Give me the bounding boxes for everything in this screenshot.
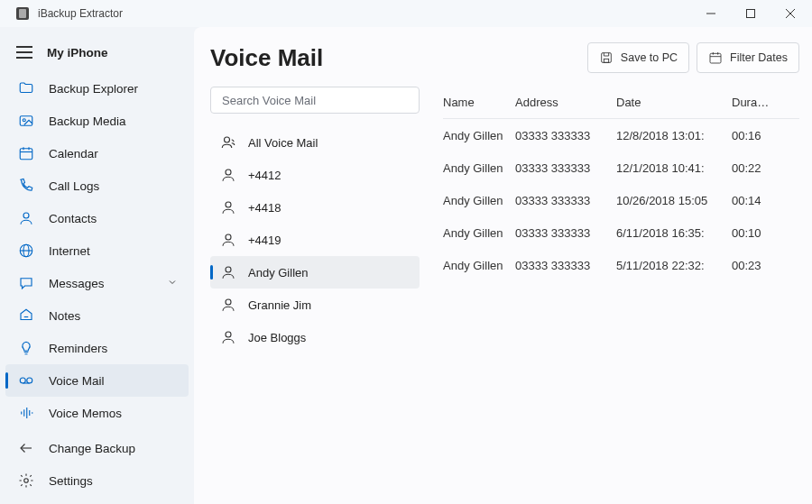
sidebar-settings[interactable]: Settings — [0, 464, 194, 497]
table-row[interactable]: Andy Gillen03333 33333312/1/2018 10:41:0… — [443, 151, 799, 184]
title-bar: iBackup Extractor — [0, 0, 812, 27]
person-icon — [217, 166, 239, 184]
sidebar-item-label: Backup Media — [49, 115, 126, 128]
person-icon — [217, 198, 239, 216]
window-minimize-button[interactable] — [691, 0, 731, 27]
contact-list-item[interactable]: Joe Bloggs — [210, 321, 420, 353]
col-name[interactable]: Name — [443, 96, 515, 109]
notes-icon — [16, 307, 36, 324]
svg-point-32 — [226, 170, 231, 175]
cell-duration: 00:10 — [732, 226, 775, 240]
svg-rect-27 — [710, 53, 721, 63]
cell-address: 03333 333333 — [515, 259, 616, 272]
lightbulb-icon — [16, 340, 36, 356]
sidebar-item-messages[interactable]: Messages — [0, 267, 194, 299]
col-address[interactable]: Address — [515, 96, 616, 109]
contact-list-item[interactable]: +4412 — [210, 159, 420, 191]
svg-point-35 — [226, 267, 231, 272]
sidebar-item-label: Voice Memos — [49, 407, 122, 420]
window-maximize-button[interactable] — [731, 0, 770, 27]
contact-list-item[interactable]: Andy Gillen — [210, 256, 420, 289]
app-title: iBackup Extractor — [38, 7, 123, 20]
contact-label: Joe Bloggs — [248, 331, 306, 344]
sidebar-item-label: Calendar — [49, 147, 98, 160]
contact-label: +4418 — [248, 201, 281, 215]
sidebar-item-reminders[interactable]: Reminders — [0, 332, 194, 364]
contact-list-item[interactable]: +4418 — [210, 191, 420, 224]
svg-point-37 — [226, 332, 231, 337]
svg-point-36 — [226, 299, 231, 305]
main-panel: Voice Mail Save to PC Filter Dates All V… — [194, 27, 812, 504]
save-button-label: Save to PC — [621, 51, 678, 64]
svg-rect-25 — [602, 53, 612, 63]
page-title: Voice Mail — [210, 44, 580, 72]
globe-icon — [16, 243, 36, 259]
audio-icon — [16, 405, 36, 421]
sidebar-item-label: Voice Mail — [49, 374, 105, 388]
col-duration[interactable]: Duration — [732, 96, 775, 109]
contact-list-item[interactable]: All Voice Mail — [210, 126, 420, 159]
sidebar-item-label: Internet — [49, 244, 90, 258]
contact-list-item[interactable]: +4419 — [210, 224, 420, 256]
person-icon — [217, 296, 239, 314]
sidebar-change-backup[interactable]: Change Backup — [0, 432, 194, 464]
sidebar-item-backup-media[interactable]: Backup Media — [0, 105, 194, 137]
sidebar: My iPhone Backup Explorer Backup Media C… — [0, 27, 194, 504]
table-row[interactable]: Andy Gillen03333 33333312/8/2018 13:01:0… — [443, 119, 799, 151]
svg-point-5 — [23, 119, 25, 122]
cell-duration: 00:22 — [732, 161, 775, 175]
search-voicemail-field[interactable] — [210, 87, 420, 114]
svg-point-24 — [24, 479, 29, 483]
svg-rect-26 — [604, 59, 608, 62]
save-to-pc-button[interactable]: Save to PC — [587, 42, 689, 73]
person-icon — [217, 231, 239, 249]
col-date[interactable]: Date — [616, 96, 732, 109]
chat-icon — [16, 275, 36, 291]
filter-calendar-icon — [708, 50, 723, 65]
cell-name: Andy Gillen — [443, 194, 515, 207]
sidebar-item-calendar[interactable]: Calendar — [0, 137, 194, 170]
calendar-icon — [16, 145, 36, 161]
save-icon — [599, 50, 614, 65]
sidebar-item-label: Notes — [49, 309, 80, 323]
svg-rect-6 — [20, 149, 32, 160]
image-icon — [16, 113, 36, 129]
phone-icon — [16, 178, 36, 194]
contact-list-item[interactable]: Grannie Jim — [210, 289, 420, 321]
svg-point-31 — [225, 137, 230, 142]
sidebar-header[interactable]: My iPhone — [0, 36, 194, 69]
svg-point-34 — [226, 234, 231, 240]
cell-address: 03333 333333 — [515, 226, 616, 240]
filter-dates-button[interactable]: Filter Dates — [697, 42, 799, 73]
svg-point-16 — [27, 378, 32, 383]
search-input[interactable] — [220, 93, 410, 108]
sidebar-item-internet[interactable]: Internet — [0, 234, 194, 267]
cell-name: Andy Gillen — [443, 259, 515, 272]
sidebar-item-label: Contacts — [49, 212, 97, 225]
sidebar-item-voice-memos[interactable]: Voice Memos — [0, 397, 194, 429]
window-close-button[interactable] — [770, 0, 810, 27]
person-icon — [16, 210, 36, 226]
table-row[interactable]: Andy Gillen03333 3333335/11/2018 22:32:0… — [443, 249, 799, 281]
sidebar-footer-label: Settings — [49, 474, 93, 488]
voicemail-table: Name Address Date Duration Andy Gillen03… — [443, 87, 799, 504]
chevron-down-icon — [167, 277, 178, 290]
sidebar-item-contacts[interactable]: Contacts — [0, 202, 194, 234]
cell-address: 03333 333333 — [515, 194, 616, 207]
sidebar-item-call-logs[interactable]: Call Logs — [0, 170, 194, 202]
sidebar-item-notes[interactable]: Notes — [0, 299, 194, 332]
voicemail-icon — [16, 372, 36, 389]
contact-label: All Voice Mail — [248, 136, 318, 150]
table-row[interactable]: Andy Gillen03333 3333336/11/2018 16:35:0… — [443, 216, 799, 249]
sidebar-item-backup-explorer[interactable]: Backup Explorer — [0, 72, 194, 105]
sidebar-item-label: Reminders — [49, 342, 107, 355]
cell-name: Andy Gillen — [443, 161, 515, 175]
cell-duration: 00:23 — [732, 259, 775, 272]
voicemail-contact-panel: All Voice Mail+4412+4418+4419Andy Gillen… — [210, 87, 420, 504]
gear-icon — [16, 472, 36, 489]
table-row[interactable]: Andy Gillen03333 33333310/26/2018 15:050… — [443, 184, 799, 216]
arrow-left-icon — [16, 440, 36, 456]
contact-label: +4412 — [248, 169, 281, 182]
person-icon — [217, 133, 239, 151]
sidebar-item-voice-mail[interactable]: Voice Mail — [5, 364, 189, 397]
